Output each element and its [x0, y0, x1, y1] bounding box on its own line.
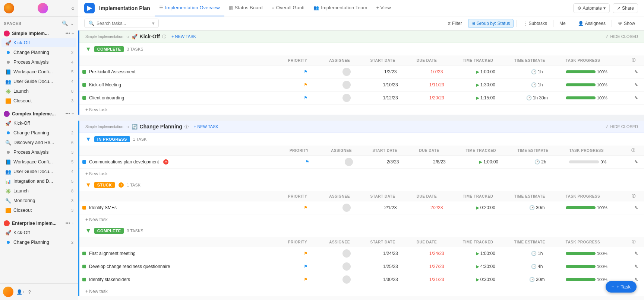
sidebar-item-workspace-conf1[interactable]: 📘 Workspace Confi... 5: [1, 67, 76, 76]
hide-closed-btn-cp[interactable]: ✓ HIDE CLOSED: [605, 124, 638, 129]
sidebar-item-closeout2[interactable]: 🟧 Closeout 3: [1, 206, 76, 215]
task-name-cell[interactable]: First alignment meeting: [79, 247, 285, 260]
settings-cell[interactable]: ✎: [629, 66, 644, 79]
new-task-link[interactable]: + New task: [85, 289, 108, 294]
user-bottom-avatar[interactable]: [3, 287, 13, 297]
group-by-button[interactable]: ⊞ Group by: Status: [468, 19, 514, 28]
chevron-down-icon[interactable]: ⌄: [70, 20, 74, 26]
priority-cell[interactable]: ⚑: [285, 260, 326, 273]
task-name-cell[interactable]: Identify stakeholders: [79, 273, 285, 286]
chevron-down-icon[interactable]: ▾: [152, 20, 155, 26]
add-section-icon[interactable]: +: [72, 111, 74, 117]
priority-cell[interactable]: ⚑: [285, 92, 326, 105]
task-name-cell[interactable]: Client onboarding: [79, 92, 285, 105]
sidebar-item-change-planning3[interactable]: Change Planning 2: [1, 238, 76, 247]
priority-cell[interactable]: ⚑: [285, 79, 326, 92]
assignee-cell[interactable]: [326, 79, 367, 92]
change-planning-new-task-btn[interactable]: + NEW TASK: [194, 124, 218, 129]
task-name-cell[interactable]: Develop change readiness questionnaire: [79, 260, 285, 273]
sidebar-item-change-planning2[interactable]: Change Planning 2: [1, 128, 76, 137]
kickoff-complete-header[interactable]: ▼ COMPLETE 3 TASKS: [79, 43, 644, 55]
sidebar-item-change-planning1[interactable]: Change Planning 2: [1, 48, 76, 57]
group-icon: ⊞: [471, 21, 475, 26]
settings-cell[interactable]: ✎: [629, 201, 644, 214]
assignee-cell[interactable]: [326, 273, 367, 286]
tab-team[interactable]: 👥 Implementation Team: [309, 0, 372, 16]
cp-stuck-header[interactable]: ▼ STUCK ! 1 TASK: [79, 179, 644, 191]
show-button[interactable]: 👁 Show: [615, 19, 638, 28]
section-simple-impl[interactable]: Simple Implem... ••• +: [0, 28, 78, 38]
collapse-icon[interactable]: ○: [126, 124, 129, 130]
task-name-cell[interactable]: Kick-off Meeting: [79, 79, 285, 92]
sidebar-item-process-analysis1[interactable]: Process Analysis 4: [1, 58, 76, 67]
new-task-link[interactable]: + New task: [85, 217, 108, 222]
assignee-cell[interactable]: [326, 260, 367, 273]
kickoff-new-task-btn[interactable]: + NEW TASK: [171, 34, 196, 39]
tab-status[interactable]: ▦ Status Board: [224, 0, 267, 16]
settings-cell[interactable]: ✎: [629, 79, 644, 92]
time-tracked-cell: ▶1:00:00: [460, 247, 511, 260]
sidebar-item-closeout1[interactable]: 🟧 Closeout 3: [1, 96, 76, 105]
hide-closed-btn[interactable]: ✓ HIDE CLOSED: [605, 34, 638, 39]
settings-cell[interactable]: ✎: [629, 92, 644, 105]
settings-cell[interactable]: ✎: [629, 260, 644, 273]
tab-add-view[interactable]: + View: [372, 0, 395, 16]
sidebar-collapse-button[interactable]: «: [71, 5, 74, 11]
spaces-actions: 🔍 ⌄: [62, 20, 74, 26]
priority-cell[interactable]: ⚑: [285, 66, 326, 79]
task-name-cell[interactable]: Identify SMEs: [79, 201, 285, 214]
tab-overview[interactable]: ☰ Implementation Overview: [155, 0, 224, 16]
assignee-cell[interactable]: [326, 201, 367, 214]
ellipsis-icon[interactable]: •••: [65, 31, 70, 36]
filter-button[interactable]: ⧖ Filter: [445, 19, 465, 28]
ellipsis-icon[interactable]: •••: [65, 111, 70, 117]
add-member-icon[interactable]: 👤+: [16, 289, 25, 295]
collapse-icon[interactable]: ○: [126, 34, 129, 39]
ellipsis-icon[interactable]: •••: [65, 221, 70, 226]
section-enterprise-impl[interactable]: Enterprise Implem... ••• +: [0, 217, 78, 228]
sidebar-item-process-analysis2[interactable]: Process Analysis 3: [1, 148, 76, 157]
sidebar-item-kickoff1[interactable]: 🚀 Kick-Off: [1, 38, 76, 47]
assignees-button[interactable]: 👤 Assignees: [575, 19, 609, 28]
priority-cell[interactable]: ⚑: [285, 247, 326, 260]
settings-cell[interactable]: ✎: [628, 156, 644, 169]
help-icon[interactable]: ?: [28, 289, 31, 295]
sidebar-item-integration2[interactable]: 📊 Integration and D... 5: [1, 177, 76, 186]
sidebar-item-launch2[interactable]: ✳️ Launch 8: [1, 186, 76, 195]
sidebar-item-kickoff2[interactable]: 🚀 Kick-Off: [1, 119, 76, 128]
sidebar-item-kickoff3[interactable]: 🚀 Kick-Off: [1, 228, 76, 237]
assignee-cell[interactable]: [328, 156, 369, 169]
section-complex-impl[interactable]: Complex Impleme... ••• +: [0, 108, 78, 118]
sidebar-item-monitoring2[interactable]: 🔧 Monitoring 3: [1, 196, 76, 205]
assignee-cell[interactable]: [326, 66, 367, 79]
search-box[interactable]: 🔍 ▾: [84, 19, 159, 28]
priority-cell[interactable]: ⚑: [287, 156, 328, 169]
add-section-icon[interactable]: +: [72, 31, 74, 36]
new-task-link[interactable]: + New task: [85, 107, 108, 112]
task-name-cell[interactable]: Pre-kickoff Assessment: [79, 66, 285, 79]
sidebar-item-user-guide1[interactable]: 👥 User Guide Docu... 4: [1, 77, 76, 86]
assignee-cell[interactable]: [326, 92, 367, 105]
me-button[interactable]: Me: [556, 19, 569, 28]
tab-gantt[interactable]: ≡ Overall Gantt: [267, 0, 309, 16]
add-section-icon[interactable]: +: [72, 221, 74, 226]
share-button[interactable]: ↗ Share: [613, 3, 638, 13]
search-icon[interactable]: 🔍: [62, 20, 68, 26]
automate-button[interactable]: ⚙ Automate ▾: [573, 3, 610, 13]
search-input[interactable]: [97, 21, 150, 26]
sidebar-item-user-guide2[interactable]: 👥 User Guide Docu... 4: [1, 167, 76, 176]
settings-cell[interactable]: ✎: [629, 247, 644, 260]
assignee-cell[interactable]: [326, 247, 367, 260]
sidebar-item-workspace-conf2[interactable]: 📘 Workspace Confi... 5: [1, 157, 76, 166]
cp-inprogress-header[interactable]: ▼ IN PROGRESS 1 TASK: [79, 133, 644, 146]
cp-complete-header[interactable]: ▼ COMPLETE 3 TASKS: [79, 224, 644, 237]
subtasks-button[interactable]: ⋮ Subtasks: [520, 19, 550, 28]
priority-cell[interactable]: ⚑: [285, 201, 326, 214]
sidebar-item-launch1[interactable]: ✳️ Launch 8: [1, 87, 76, 96]
user-avatar[interactable]: [4, 3, 14, 13]
new-task-link[interactable]: + New task: [85, 171, 108, 176]
add-task-button[interactable]: + + Task: [606, 281, 637, 293]
sidebar-item-discovery2[interactable]: 🔍 Discovery and Re... 6: [1, 138, 76, 147]
task-name-cell[interactable]: Communications plan development ⚠: [79, 156, 287, 169]
priority-cell[interactable]: ⚑: [285, 273, 326, 286]
